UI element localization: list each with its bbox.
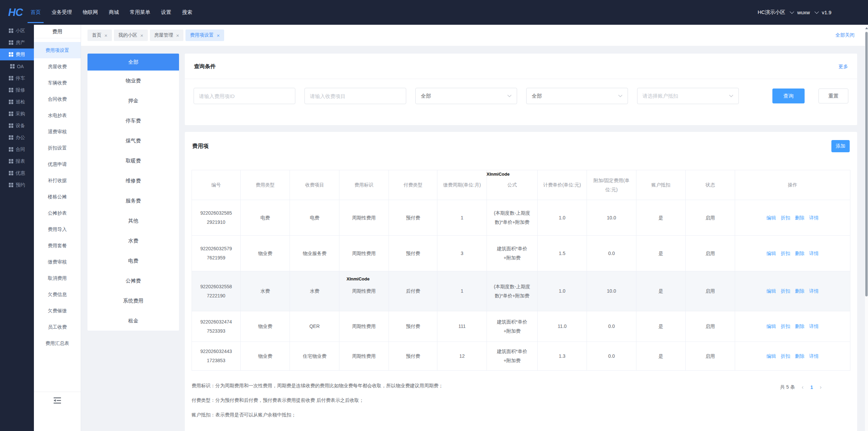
discount-link[interactable]: 折扣	[781, 353, 790, 359]
user-menu[interactable]: wuxw	[797, 9, 810, 15]
submenu-item-fee-summary[interactable]: 费用汇总表	[34, 335, 81, 351]
sidebar-item-repair[interactable]: 报修	[0, 84, 34, 96]
charge-item-input[interactable]	[304, 88, 406, 104]
category-item-other[interactable]: 其他	[87, 211, 179, 231]
category-item-shared[interactable]: 公摊费	[87, 271, 179, 291]
account-deduct-select[interactable]: 请选择账户抵扣	[637, 88, 739, 104]
sidebar-item-equipment[interactable]: 设备	[0, 120, 34, 132]
submenu-item-cancel-fee[interactable]: 取消费用	[34, 270, 81, 286]
detail-link[interactable]: 详情	[809, 251, 819, 256]
menu-item-settings[interactable]: 设置	[156, 0, 177, 25]
category-item-parking[interactable]: 停车费	[87, 111, 179, 131]
category-item-deposit[interactable]: 押金	[87, 91, 179, 111]
menu-item-home[interactable]: 首页	[25, 0, 46, 25]
app-logo[interactable]: HC	[0, 6, 25, 19]
submenu-item-vehicle-fee[interactable]: 车辆收费	[34, 75, 81, 91]
sidebar-item-purchase[interactable]: 采购	[0, 108, 34, 120]
category-item-rent[interactable]: 租金	[87, 311, 179, 331]
fee-id-input[interactable]	[194, 88, 295, 104]
edit-link[interactable]: 编辑	[767, 215, 776, 220]
chevron-down-icon[interactable]	[814, 9, 819, 14]
tab-house-management[interactable]: 房屋管理 ×	[150, 30, 184, 41]
submenu-item-refund-review[interactable]: 退费审核	[34, 123, 81, 140]
fee-type-select[interactable]: 全部	[415, 88, 517, 104]
edit-link[interactable]: 编辑	[767, 353, 776, 359]
submenu-item-arrears-reminder[interactable]: 欠费催缴	[34, 302, 81, 319]
sidebar-item-reports[interactable]: 报表	[0, 155, 34, 167]
category-item-system[interactable]: 系统费用	[87, 291, 179, 311]
close-tab-icon[interactable]: ×	[140, 33, 143, 38]
community-selector[interactable]: HC演示小区	[757, 9, 785, 16]
menu-item-search[interactable]: 搜索	[177, 0, 198, 25]
edit-link[interactable]: 编辑	[767, 251, 776, 256]
submenu-item-house-fee[interactable]: 房屋收费	[34, 58, 81, 75]
tab-my-community[interactable]: 我的小区 ×	[114, 30, 148, 41]
collapse-sidebar-icon[interactable]	[54, 397, 61, 404]
menu-item-mall[interactable]: 商城	[103, 0, 124, 25]
sidebar-item-office[interactable]: 办公	[0, 132, 34, 143]
tab-home[interactable]: 首页 ×	[87, 30, 112, 41]
category-item-all[interactable]: 全部	[87, 54, 179, 71]
submenu-item-staff-charge[interactable]: 员工收费	[34, 319, 81, 335]
discount-link[interactable]: 折扣	[781, 251, 790, 256]
category-item-heating[interactable]: 取暖费	[87, 151, 179, 171]
close-tab-icon[interactable]: ×	[176, 33, 179, 38]
discount-link[interactable]: 折扣	[781, 324, 790, 329]
delete-link[interactable]: 删除	[795, 251, 805, 256]
category-item-electricity[interactable]: 电费	[87, 251, 179, 271]
category-item-property[interactable]: 物业费	[87, 71, 179, 91]
scrollbar-thumb[interactable]	[865, 32, 868, 296]
submenu-item-fee-import[interactable]: 费用导入	[34, 221, 81, 237]
category-item-gas[interactable]: 煤气费	[87, 131, 179, 151]
detail-link[interactable]: 详情	[809, 215, 819, 220]
add-fee-button[interactable]: 添加	[831, 140, 850, 152]
edit-link[interactable]: 编辑	[767, 324, 776, 329]
reset-button[interactable]: 重置	[818, 89, 848, 103]
close-tab-icon[interactable]: ×	[104, 33, 107, 38]
detail-link[interactable]: 详情	[809, 353, 819, 359]
more-link[interactable]: 更多	[839, 64, 848, 70]
category-item-maintenance[interactable]: 维修费	[87, 171, 179, 191]
submenu-item-discount-setting[interactable]: 折扣设置	[34, 140, 81, 156]
close-all-tabs-link[interactable]: 全部关闭	[835, 32, 854, 38]
edit-link[interactable]: 编辑	[767, 288, 776, 294]
detail-link[interactable]: 详情	[809, 324, 819, 329]
submenu-item-meter-reading[interactable]: 水电抄表	[34, 107, 81, 123]
category-item-service[interactable]: 服务费	[87, 191, 179, 211]
sidebar-item-appointment[interactable]: 预约	[0, 179, 34, 191]
close-tab-icon[interactable]: ×	[217, 33, 220, 38]
delete-link[interactable]: 删除	[795, 215, 805, 220]
tab-fee-settings[interactable]: 费用项设置 ×	[185, 30, 224, 41]
chevron-down-icon[interactable]	[790, 9, 794, 14]
submenu-item-arrears-info[interactable]: 欠费信息	[34, 286, 81, 302]
sidebar-item-oa[interactable]: OA	[0, 60, 34, 72]
delete-link[interactable]: 删除	[795, 288, 805, 294]
submenu-item-reprint-receipt[interactable]: 补打收据	[34, 172, 81, 189]
delete-link[interactable]: 删除	[795, 353, 805, 359]
sidebar-item-contract[interactable]: 合同	[0, 143, 34, 155]
category-item-water[interactable]: 水费	[87, 231, 179, 251]
sidebar-item-inspection[interactable]: 巡检	[0, 96, 34, 108]
vertical-scrollbar[interactable]	[865, 25, 868, 431]
sidebar-item-property[interactable]: 房产	[0, 37, 34, 48]
discount-link[interactable]: 折扣	[781, 215, 790, 220]
menu-item-common[interactable]: 常用菜单	[124, 0, 156, 25]
submenu-item-discount-apply[interactable]: 优惠申请	[34, 156, 81, 172]
delete-link[interactable]: 删除	[795, 324, 805, 329]
fee-flag-select[interactable]: 全部	[526, 88, 628, 104]
prev-page-icon[interactable]: ‹	[802, 385, 804, 390]
submenu-item-contract-fee[interactable]: 合同收费	[34, 91, 81, 107]
submenu-item-payment-review[interactable]: 缴费审核	[34, 254, 81, 270]
submenu-item-fee-settings[interactable]: 费用项设置	[34, 42, 81, 58]
scroll-up-icon[interactable]	[865, 27, 868, 29]
menu-item-business[interactable]: 业务受理	[46, 0, 77, 25]
submenu-item-share-meter[interactable]: 公摊抄表	[34, 205, 81, 221]
sidebar-item-parking[interactable]: 停车	[0, 72, 34, 84]
submenu-item-building-share[interactable]: 楼栋公摊	[34, 189, 81, 205]
search-button[interactable]: 查询	[772, 89, 805, 103]
detail-link[interactable]: 详情	[809, 288, 819, 294]
sidebar-item-fees[interactable]: 费用	[0, 48, 34, 60]
discount-link[interactable]: 折扣	[781, 288, 790, 294]
submenu-item-fee-package[interactable]: 费用套餐	[34, 237, 81, 254]
menu-item-iot[interactable]: 物联网	[77, 0, 103, 25]
